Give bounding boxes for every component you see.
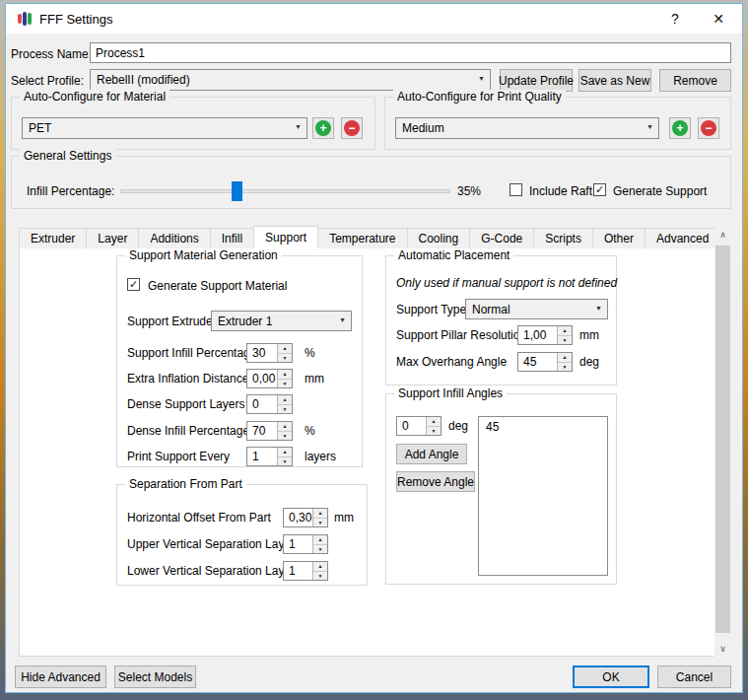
close-button[interactable]: ✕ (698, 4, 739, 34)
horizontal-offset-spinner[interactable]: 0,30 ▲▼ (283, 508, 328, 527)
scrollbar-thumb[interactable] (715, 245, 730, 633)
separation-from-part-title: Separation From Part (125, 477, 246, 491)
spinner-up-icon[interactable]: ▲ (278, 370, 292, 380)
spinner-down-icon[interactable]: ▼ (558, 363, 572, 372)
material-select-value: PET (29, 121, 51, 135)
spinner-up-icon[interactable]: ▲ (278, 422, 292, 432)
include-raft-checkbox[interactable] (510, 183, 522, 196)
automatic-placement-note: Only used if manual support is not defin… (396, 276, 617, 290)
update-profile-button[interactable]: Update Profile (500, 69, 573, 92)
remove-quality-button[interactable]: − (698, 117, 719, 139)
unit-label: % (305, 346, 315, 360)
upper-vertical-separation-spinner[interactable]: 1 ▲▼ (283, 534, 328, 554)
process-name-input[interactable]: Process1 (90, 42, 731, 63)
tab-advanced[interactable]: Advanced (645, 228, 720, 248)
tab-temperature[interactable]: Temperature (317, 228, 407, 248)
spinner-up-icon[interactable]: ▲ (313, 562, 327, 572)
spinner-up-icon[interactable]: ▲ (427, 417, 441, 427)
process-name-label: Process Name: (11, 47, 92, 61)
cancel-button[interactable]: Cancel (657, 665, 731, 688)
support-type-select[interactable]: Normal ▼ (465, 299, 608, 319)
spinner-down-icon[interactable]: ▼ (313, 572, 327, 581)
generate-support-label: Generate Support (613, 184, 707, 198)
add-quality-button[interactable]: + (669, 117, 691, 139)
spinner-down-icon[interactable]: ▼ (313, 545, 327, 554)
infill-slider-thumb[interactable] (232, 181, 242, 201)
generate-support-material-checkbox[interactable]: ✓ (127, 278, 140, 291)
generate-support-checkbox[interactable]: ✓ (593, 183, 606, 196)
print-support-every-label: Print Support Every (127, 450, 230, 463)
scroll-down-button[interactable]: ∨ (714, 640, 731, 657)
max-overhang-angle-spinner[interactable]: 45 ▲▼ (517, 352, 573, 372)
tab-infill[interactable]: Infill (210, 228, 254, 248)
angles-listbox[interactable]: 45 (478, 416, 608, 576)
separation-from-part-group: Separation From Part Horizontal Offset F… (116, 484, 368, 586)
chevron-down-icon: ▼ (295, 123, 302, 130)
spinner-down-icon[interactable]: ▼ (278, 380, 292, 388)
panel-scrollbar[interactable]: ∧ ∨ (714, 226, 731, 657)
check-icon: ✓ (595, 183, 604, 195)
hide-advanced-button[interactable]: Hide Advanced (15, 665, 106, 688)
plus-icon: + (672, 120, 688, 136)
support-infill-percentage-label: Support Infill Percentage (127, 346, 256, 360)
remove-angle-button[interactable]: Remove Angle (396, 471, 475, 492)
spinner-down-icon[interactable]: ▼ (558, 336, 572, 345)
lower-vertical-separation-spinner[interactable]: 1 ▲▼ (283, 561, 328, 581)
support-infill-percentage-spinner[interactable]: 30 ▲▼ (246, 343, 293, 363)
ok-button[interactable]: OK (573, 665, 649, 688)
add-angle-button[interactable]: Add Angle (396, 444, 467, 464)
support-pillar-resolution-spinner[interactable]: 1,00 ▲▼ (517, 325, 573, 345)
support-infill-angles-title: Support Infill Angles (394, 386, 507, 400)
settings-tabbar: Extruder Layer Additions Infill Support … (19, 226, 719, 248)
tab-layer[interactable]: Layer (86, 228, 139, 248)
tab-gcode[interactable]: G-Code (469, 228, 534, 248)
spinner-up-icon[interactable]: ▲ (278, 344, 292, 354)
spinner-down-icon[interactable]: ▼ (278, 457, 292, 466)
infill-slider-track[interactable] (120, 189, 450, 193)
help-button[interactable]: ? (656, 4, 694, 34)
spinner-up-icon[interactable]: ▲ (313, 535, 327, 545)
spinner-up-icon[interactable]: ▲ (558, 326, 572, 336)
infill-percentage-value: 35% (457, 184, 481, 198)
spinner-down-icon[interactable]: ▼ (278, 432, 292, 441)
spinner-down-icon[interactable]: ▼ (278, 354, 292, 363)
select-models-button[interactable]: Select Models (114, 665, 196, 688)
tab-scripts[interactable]: Scripts (533, 228, 593, 248)
tab-support[interactable]: Support (253, 226, 318, 248)
lower-vertical-separation-label: Lower Vertical Separation Layers (127, 564, 301, 578)
spinner-up-icon[interactable]: ▲ (278, 448, 292, 457)
extra-inflation-distance-spinner[interactable]: 0,00 ▲▼ (246, 369, 293, 388)
spinner-up-icon[interactable]: ▲ (558, 353, 572, 363)
spinner-down-icon[interactable]: ▼ (278, 405, 292, 414)
tab-extruder[interactable]: Extruder (19, 228, 87, 248)
support-material-generation-group: Support Material Generation ✓ Generate S… (116, 255, 363, 467)
spinner-down-icon[interactable]: ▼ (427, 427, 441, 436)
angle-spinner[interactable]: 0 ▲▼ (396, 416, 442, 436)
support-extruder-select[interactable]: Extruder 1 ▼ (211, 311, 352, 331)
chevron-down-icon: ∨ (719, 644, 726, 654)
select-profile-label: Select Profile: (11, 74, 84, 88)
process-name-value: Process1 (96, 46, 145, 60)
spinner-down-icon[interactable]: ▼ (313, 519, 327, 527)
material-select[interactable]: PET ▼ (22, 117, 307, 139)
remove-material-button[interactable]: − (341, 117, 363, 139)
check-icon: ✓ (129, 278, 138, 290)
quality-select[interactable]: Medium ▼ (395, 117, 659, 139)
save-as-new-button[interactable]: Save as New (578, 69, 651, 92)
angle-list-item[interactable]: 45 (479, 417, 607, 437)
remove-profile-button[interactable]: Remove (659, 69, 731, 92)
chevron-down-icon: ▼ (478, 75, 485, 82)
tab-additions[interactable]: Additions (138, 228, 210, 248)
dense-support-layers-spinner[interactable]: 0 ▲▼ (246, 394, 293, 414)
spinner-up-icon[interactable]: ▲ (313, 509, 327, 519)
add-material-button[interactable]: + (312, 117, 334, 139)
general-settings-group: General Settings Infill Percentage: 35% … (11, 156, 731, 209)
unit-label: mm (334, 511, 354, 525)
dense-infill-percentage-spinner[interactable]: 70 ▲▼ (246, 421, 293, 441)
print-support-every-spinner[interactable]: 1 ▲▼ (246, 447, 293, 466)
profile-select[interactable]: RebelII (modified) ▼ (90, 69, 491, 91)
tab-other[interactable]: Other (592, 228, 646, 248)
spinner-up-icon[interactable]: ▲ (278, 395, 292, 405)
scroll-up-button[interactable]: ∧ (714, 226, 731, 243)
tab-cooling[interactable]: Cooling (407, 228, 471, 248)
